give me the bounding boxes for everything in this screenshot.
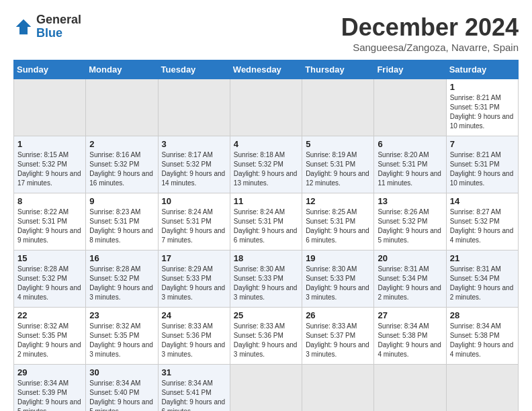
day-number: 12: [306, 196, 370, 206]
day-of-week-header: Thursday: [302, 60, 374, 79]
calendar-cell: 14Sunrise: 8:27 AMSunset: 5:32 PMDayligh…: [446, 193, 518, 250]
logo-blue: Blue: [36, 27, 81, 40]
calendar-cell: 9Sunrise: 8:23 AMSunset: 5:31 PMDaylight…: [86, 193, 158, 250]
calendar-week-row: 22Sunrise: 8:32 AMSunset: 5:35 PMDayligh…: [14, 308, 519, 365]
calendar-cell: [446, 365, 518, 412]
day-number: 13: [378, 196, 442, 206]
day-number: 17: [162, 253, 226, 263]
day-info: Sunrise: 8:23 AMSunset: 5:31 PMDaylight:…: [89, 208, 154, 245]
day-number: 23: [89, 310, 154, 320]
day-info: Sunrise: 8:25 AMSunset: 5:31 PMDaylight:…: [306, 208, 370, 245]
day-info: Sunrise: 8:33 AMSunset: 5:36 PMDaylight:…: [162, 322, 226, 359]
month-title: December 2024: [341, 13, 519, 42]
day-number: 3: [162, 139, 226, 149]
calendar-cell: 19Sunrise: 8:30 AMSunset: 5:33 PMDayligh…: [302, 250, 374, 308]
day-info: Sunrise: 8:34 AMSunset: 5:40 PMDaylight:…: [89, 379, 154, 411]
day-number: 30: [89, 367, 154, 377]
day-info: Sunrise: 8:24 AMSunset: 5:31 PMDaylight:…: [162, 208, 226, 245]
calendar-cell: [374, 365, 446, 412]
day-info: Sunrise: 8:33 AMSunset: 5:37 PMDaylight:…: [306, 322, 370, 359]
title-block: December 2024 Sangueesa/Zangoza, Navarre…: [341, 13, 519, 53]
calendar-cell: 22Sunrise: 8:32 AMSunset: 5:35 PMDayligh…: [14, 308, 86, 365]
calendar-week-row: 15Sunrise: 8:28 AMSunset: 5:32 PMDayligh…: [14, 250, 519, 308]
day-number: 2: [89, 139, 154, 149]
day-info: Sunrise: 8:34 AMSunset: 5:41 PMDaylight:…: [162, 379, 226, 411]
calendar-cell: 12Sunrise: 8:25 AMSunset: 5:31 PMDayligh…: [302, 193, 374, 250]
calendar-cell: 30Sunrise: 8:34 AMSunset: 5:40 PMDayligh…: [86, 365, 158, 412]
day-info: Sunrise: 8:30 AMSunset: 5:33 PMDaylight:…: [306, 265, 370, 302]
calendar-week-row: 29Sunrise: 8:34 AMSunset: 5:39 PMDayligh…: [14, 365, 519, 412]
day-of-week-header: Tuesday: [158, 60, 230, 79]
calendar-cell: 28Sunrise: 8:34 AMSunset: 5:38 PMDayligh…: [446, 308, 518, 365]
calendar-cell: 20Sunrise: 8:31 AMSunset: 5:34 PMDayligh…: [374, 250, 446, 308]
calendar-cell: 31Sunrise: 8:34 AMSunset: 5:41 PMDayligh…: [158, 365, 230, 412]
calendar-cell: 11Sunrise: 8:24 AMSunset: 5:31 PMDayligh…: [230, 193, 302, 250]
day-number: 10: [162, 196, 226, 206]
day-info: Sunrise: 8:15 AMSunset: 5:32 PMDaylight:…: [17, 150, 82, 188]
day-info: Sunrise: 8:30 AMSunset: 5:33 PMDaylight:…: [234, 265, 298, 302]
day-of-week-header: Saturday: [446, 60, 518, 79]
day-number: 20: [378, 253, 442, 263]
day-info: Sunrise: 8:21 AMSunset: 5:31 PMDaylight:…: [450, 150, 515, 188]
day-number: 29: [17, 367, 82, 377]
day-number: 26: [306, 310, 370, 320]
calendar-cell: [302, 79, 374, 136]
day-number: 21: [450, 253, 515, 263]
calendar-cell: [86, 79, 158, 136]
day-info: Sunrise: 8:21 AMSunset: 5:31 PMDaylight:…: [450, 93, 515, 131]
day-number: 1: [17, 139, 82, 149]
calendar-cell: 16Sunrise: 8:28 AMSunset: 5:32 PMDayligh…: [86, 250, 158, 308]
logo-text: General Blue: [36, 13, 81, 40]
day-number: 11: [234, 196, 298, 206]
day-of-week-header: Sunday: [14, 60, 86, 79]
day-number: 8: [17, 196, 82, 206]
calendar-cell: 27Sunrise: 8:34 AMSunset: 5:38 PMDayligh…: [374, 308, 446, 365]
calendar-week-row: 1Sunrise: 8:21 AMSunset: 5:31 PMDaylight…: [14, 79, 519, 136]
calendar-cell: [302, 365, 374, 412]
day-info: Sunrise: 8:18 AMSunset: 5:32 PMDaylight:…: [234, 150, 298, 188]
day-info: Sunrise: 8:31 AMSunset: 5:34 PMDaylight:…: [450, 265, 515, 302]
calendar-cell: [14, 79, 86, 136]
calendar-cell: 2Sunrise: 8:16 AMSunset: 5:32 PMDaylight…: [86, 136, 158, 193]
day-number: 4: [234, 139, 298, 149]
day-of-week-header: Monday: [86, 60, 158, 79]
day-info: Sunrise: 8:28 AMSunset: 5:32 PMDaylight:…: [17, 265, 82, 302]
calendar-cell: 17Sunrise: 8:29 AMSunset: 5:33 PMDayligh…: [158, 250, 230, 308]
day-number: 5: [306, 139, 370, 149]
day-info: Sunrise: 8:33 AMSunset: 5:36 PMDaylight:…: [234, 322, 298, 359]
calendar-cell: 18Sunrise: 8:30 AMSunset: 5:33 PMDayligh…: [230, 250, 302, 308]
calendar-cell: 29Sunrise: 8:34 AMSunset: 5:39 PMDayligh…: [14, 365, 86, 412]
calendar-cell: 3Sunrise: 8:17 AMSunset: 5:32 PMDaylight…: [158, 136, 230, 193]
day-info: Sunrise: 8:31 AMSunset: 5:34 PMDaylight:…: [378, 265, 442, 302]
day-info: Sunrise: 8:17 AMSunset: 5:32 PMDaylight:…: [162, 150, 226, 188]
calendar-cell: [230, 365, 302, 412]
day-number: 16: [89, 253, 154, 263]
calendar-cell: 4Sunrise: 8:18 AMSunset: 5:32 PMDaylight…: [230, 136, 302, 193]
calendar-cell: 15Sunrise: 8:28 AMSunset: 5:32 PMDayligh…: [14, 250, 86, 308]
calendar-cell: 8Sunrise: 8:22 AMSunset: 5:31 PMDaylight…: [14, 193, 86, 250]
day-info: Sunrise: 8:24 AMSunset: 5:31 PMDaylight:…: [234, 208, 298, 245]
day-info: Sunrise: 8:29 AMSunset: 5:33 PMDaylight:…: [162, 265, 226, 302]
logo-general: General: [36, 13, 81, 27]
day-info: Sunrise: 8:19 AMSunset: 5:31 PMDaylight:…: [306, 150, 370, 188]
calendar-cell: 26Sunrise: 8:33 AMSunset: 5:37 PMDayligh…: [302, 308, 374, 365]
calendar-cell: 6Sunrise: 8:20 AMSunset: 5:31 PMDaylight…: [374, 136, 446, 193]
page-header: General Blue December 2024 Sangueesa/Zan…: [13, 13, 519, 53]
day-number: 27: [378, 310, 442, 320]
calendar-cell: 25Sunrise: 8:33 AMSunset: 5:36 PMDayligh…: [230, 308, 302, 365]
calendar-cell: 24Sunrise: 8:33 AMSunset: 5:36 PMDayligh…: [158, 308, 230, 365]
day-number: 1: [450, 82, 515, 92]
day-info: Sunrise: 8:26 AMSunset: 5:32 PMDaylight:…: [378, 208, 442, 245]
calendar-week-row: 8Sunrise: 8:22 AMSunset: 5:31 PMDaylight…: [14, 193, 519, 250]
calendar-cell: 5Sunrise: 8:19 AMSunset: 5:31 PMDaylight…: [302, 136, 374, 193]
day-number: 28: [450, 310, 515, 320]
day-number: 15: [17, 253, 82, 263]
calendar-cell: [374, 79, 446, 136]
day-number: 24: [162, 310, 226, 320]
day-number: 14: [450, 196, 515, 206]
calendar-cell: 13Sunrise: 8:26 AMSunset: 5:32 PMDayligh…: [374, 193, 446, 250]
svg-marker-0: [16, 19, 32, 35]
calendar-cell: [158, 79, 230, 136]
day-number: 22: [17, 310, 82, 320]
calendar-cell: 23Sunrise: 8:32 AMSunset: 5:35 PMDayligh…: [86, 308, 158, 365]
